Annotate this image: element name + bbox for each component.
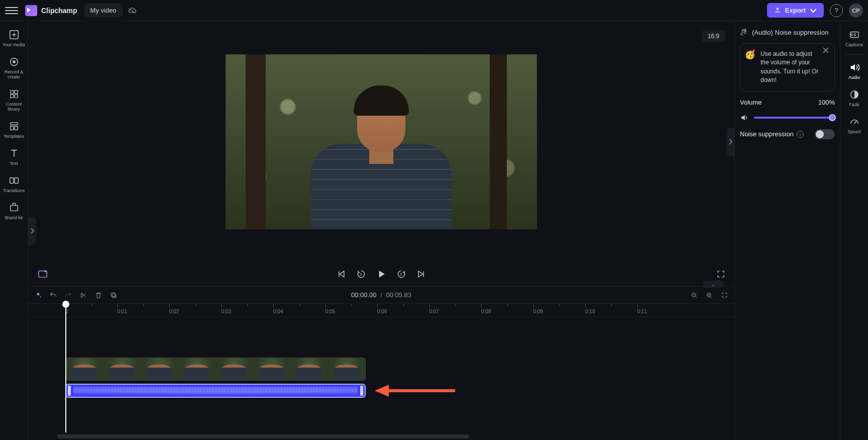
templates-icon [9, 121, 20, 132]
tool-text[interactable]: Text [1, 144, 27, 170]
svg-point-17 [81, 296, 82, 297]
ai-enhance-button[interactable] [37, 269, 48, 280]
ruler-tick: 0:11 [637, 304, 647, 314]
undo-button[interactable] [49, 291, 57, 299]
properties-panel: (Audio) Noise suppression 🥳 Use audio to… [734, 21, 840, 440]
speaker-icon[interactable] [740, 113, 749, 122]
fade-icon [849, 89, 860, 100]
library-icon [9, 89, 20, 100]
video-clip[interactable] [65, 358, 366, 381]
tool-record-create[interactable]: Record & create [1, 52, 27, 83]
export-button[interactable]: Export [767, 3, 824, 18]
text-icon [9, 148, 20, 159]
tool-fade[interactable]: Fade [841, 85, 867, 111]
svg-rect-7 [10, 123, 18, 125]
ruler-tick: 0:05 [325, 304, 335, 314]
menu-button[interactable] [5, 4, 18, 17]
zoom-in-button[interactable] [705, 291, 713, 299]
scrollbar-thumb[interactable] [57, 434, 469, 438]
chevron-right-icon [728, 139, 732, 145]
tool-transitions[interactable]: Transitions [1, 171, 27, 197]
aspect-ratio-button[interactable]: 16:9 [702, 30, 725, 42]
sync-status-icon[interactable] [128, 7, 137, 14]
tip-callout: 🥳 Use audio to adjust the volume of your… [740, 43, 835, 92]
svg-rect-4 [14, 91, 17, 94]
top-bar: Clipchamp My video Export ? CP [0, 0, 868, 21]
fit-timeline-button[interactable] [720, 291, 728, 299]
fullscreen-icon [716, 270, 725, 279]
tool-templates[interactable]: Templates [1, 117, 27, 143]
timeline-scrollbar[interactable] [28, 433, 734, 440]
volume-slider[interactable] [754, 117, 835, 119]
fullscreen-button[interactable] [716, 270, 725, 279]
redo-button [64, 291, 72, 299]
playhead[interactable] [65, 302, 66, 432]
left-tool-rail: Your media Record & create Content libra… [0, 21, 28, 440]
volume-slider-knob[interactable] [829, 114, 836, 121]
svg-marker-24 [375, 385, 389, 397]
ai-sparkle-button[interactable] [34, 291, 42, 299]
skip-forward-button[interactable] [416, 269, 426, 279]
help-button[interactable]: ? [830, 4, 843, 17]
tool-audio[interactable]: Audio [841, 58, 867, 84]
timeline-ruler[interactable]: 00:010:020:030:040:050:060:070:080:090:1… [28, 303, 734, 317]
captions-icon [849, 29, 860, 40]
tip-text: Use audio to adjust the volume of your s… [761, 50, 820, 85]
ruler-tick-minor [351, 304, 352, 307]
split-button[interactable] [79, 291, 87, 299]
timeline-tracks[interactable] [28, 317, 734, 433]
tool-content-library[interactable]: Content library [1, 84, 27, 116]
info-icon[interactable]: i [797, 131, 804, 138]
forward-5-button[interactable]: 5 [396, 269, 406, 279]
tool-captions[interactable]: Captions [841, 25, 867, 51]
ruler-tick: 0:01 [118, 304, 127, 314]
clip-trim-right-handle[interactable] [360, 386, 363, 396]
playback-bar: 5 5 [28, 262, 734, 286]
audio-icon [849, 62, 860, 73]
expand-right-panel-button[interactable] [726, 128, 734, 156]
noise-suppression-toggle[interactable] [815, 129, 835, 139]
svg-rect-6 [14, 95, 17, 98]
svg-point-2 [13, 60, 16, 63]
rewind-5-button[interactable]: 5 [356, 269, 366, 279]
svg-rect-19 [111, 293, 115, 296]
audio-clip[interactable] [65, 384, 366, 398]
tool-brand-kit[interactable]: Brand kit [1, 198, 27, 224]
plus-box-icon [9, 29, 20, 40]
svg-rect-10 [10, 178, 13, 184]
annotation-arrow [375, 385, 455, 397]
upload-icon [774, 7, 781, 14]
tool-your-media[interactable]: Your media [1, 25, 27, 51]
noise-suppression-label: Noise suppression [740, 130, 794, 138]
play-button[interactable] [376, 269, 386, 279]
svg-point-16 [81, 293, 82, 294]
brand-kit-icon [9, 202, 20, 213]
chevron-down-icon [810, 7, 817, 14]
svg-rect-8 [10, 126, 13, 130]
tool-speed[interactable]: Speed [841, 112, 867, 138]
svg-text:5: 5 [400, 273, 402, 276]
collapse-timeline-button[interactable]: ⌄ [703, 281, 723, 288]
brand[interactable]: Clipchamp [25, 5, 77, 16]
zoom-out-button[interactable] [690, 291, 698, 299]
ruler-tick-minor [247, 304, 248, 307]
clipchamp-logo-icon [25, 5, 37, 16]
ruler-tick: 0:03 [222, 304, 231, 314]
tip-close-button[interactable] [822, 47, 831, 56]
ruler-tick: 0:04 [273, 304, 283, 314]
skip-back-button[interactable] [336, 269, 346, 279]
video-preview[interactable] [226, 54, 537, 229]
timeline-toolbar: ⌄ 00:00.00 / 00:05.83 [28, 286, 734, 303]
delete-button[interactable] [94, 291, 102, 299]
clip-trim-left-handle[interactable] [68, 386, 71, 396]
user-avatar[interactable]: CP [849, 4, 863, 18]
music-note-icon [740, 28, 748, 36]
audio-waveform [73, 387, 358, 395]
ruler-tick-minor [91, 304, 92, 307]
svg-rect-9 [14, 126, 17, 130]
duplicate-button[interactable] [110, 291, 118, 299]
svg-rect-3 [10, 91, 13, 94]
project-name-input[interactable]: My video [84, 4, 123, 17]
ruler-tick: 0:09 [533, 304, 543, 314]
ruler-tick-minor [455, 304, 456, 307]
